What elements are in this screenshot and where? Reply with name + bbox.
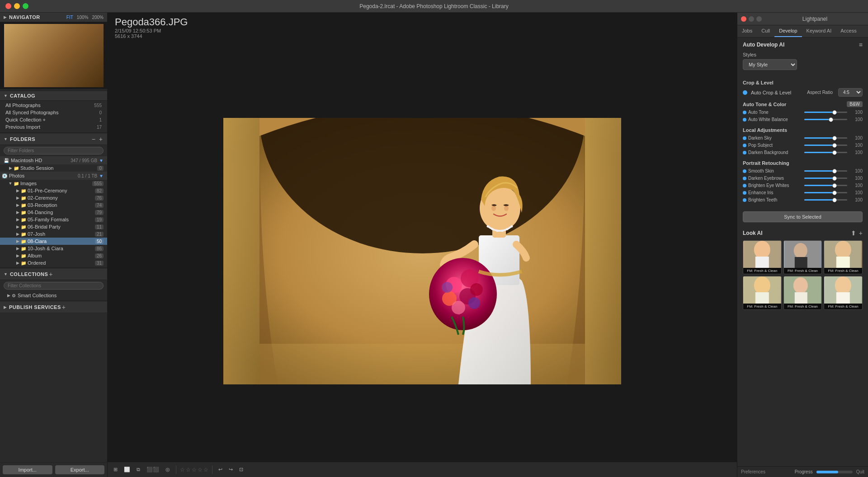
auto-wb-track[interactable] — [804, 119, 847, 120]
collections-header[interactable]: ▼ Collections + — [0, 269, 107, 280]
smooth-skin-thumb[interactable] — [832, 169, 837, 173]
folder-album[interactable]: ▶ 📁 Album 26 — [0, 252, 107, 259]
darken-eyebrows-track[interactable] — [804, 178, 847, 179]
folder-02-ceremony[interactable]: ▶ 📁 02-Ceremony 76 — [0, 194, 107, 201]
folder-01-pre-ceremony[interactable]: ▶ 📁 01-Pre-Ceremony 82 — [0, 187, 107, 194]
drive-dropdown-icon[interactable]: ▼ — [99, 158, 104, 163]
folder-04-dancing[interactable]: ▶ 📁 04-Dancing 79 — [0, 209, 107, 216]
catalog-synced-photos[interactable]: All Synced Photographs 0 — [0, 109, 107, 116]
style-select[interactable]: My Style Default Custom — [743, 59, 797, 70]
star-rating[interactable]: ☆ ☆ ☆ ☆ ☆ — [180, 467, 208, 473]
tab-develop[interactable]: Develop — [774, 25, 802, 37]
auto-wb-thumb[interactable] — [829, 117, 833, 122]
darken-sky-track[interactable] — [804, 137, 847, 139]
folder-03-reception[interactable]: ▶ 📁 03-Reception 74 — [0, 201, 107, 209]
brighten-teeth-track[interactable] — [804, 199, 847, 201]
smooth-skin-track[interactable] — [804, 170, 847, 172]
survey-view-btn[interactable]: ⬛⬛ — [144, 465, 161, 474]
collections-search[interactable] — [4, 282, 104, 290]
folders-plus-btn[interactable]: + — [98, 136, 104, 143]
publish-services-header[interactable]: ▶ Publish Services + — [0, 302, 107, 313]
look-item-4[interactable]: FM: Fresh & Clean — [743, 276, 782, 310]
look-item-3[interactable]: FM: Fresh & Clean — [824, 240, 863, 274]
lp-close[interactable] — [741, 16, 746, 22]
star-2[interactable]: ☆ — [186, 467, 191, 473]
auto-develop-menu-btn[interactable]: ≡ — [859, 41, 863, 48]
close-button[interactable] — [5, 3, 11, 9]
rotate-left-btn[interactable]: ↩ — [216, 465, 225, 474]
drive-photos[interactable]: 💽 Photos 0.1 / 1 TB ▼ — [0, 172, 107, 180]
look-item-5[interactable]: FM: Fresh & Clean — [783, 276, 822, 310]
catalog-previous-import[interactable]: Previous Import 17 — [0, 123, 107, 131]
folder-10-josh-ciara[interactable]: ▶ 📁 10-Josh & Ciara 86 — [0, 245, 107, 252]
lp-max[interactable] — [756, 16, 762, 22]
look-item-6[interactable]: FM: Fresh & Clean — [824, 276, 863, 310]
enhance-iris-track[interactable] — [804, 192, 847, 193]
zoom-100[interactable]: 100% — [77, 15, 89, 20]
quit-label[interactable]: Quit — [856, 469, 864, 474]
star-5[interactable]: ☆ — [203, 467, 208, 473]
drive-macintosh-hd[interactable]: 💾 Macintosh HD 347 / 995 GB ▼ — [0, 156, 107, 164]
maximize-button[interactable] — [23, 3, 28, 9]
publish-add-btn[interactable]: + — [61, 304, 66, 311]
tab-jobs[interactable]: Jobs — [737, 25, 757, 37]
preferences-label[interactable]: Preferences — [741, 469, 765, 474]
star-4[interactable]: ☆ — [198, 467, 203, 473]
look-item-1[interactable]: FM: Fresh & Clean — [743, 240, 782, 274]
rotate-right-btn[interactable]: ↪ — [226, 465, 235, 474]
look-item-2[interactable]: FM: Fresh & Clean — [783, 240, 822, 274]
folder-07-josh[interactable]: ▶ 📁 07-Josh 21 — [0, 230, 107, 238]
folder-images[interactable]: ▼ 📁 Images 555 — [0, 180, 107, 187]
folder-ordered[interactable]: ▶ 📁 Ordered 31 — [0, 259, 107, 267]
navigator-header[interactable]: ▶ Navigator FIT 100% 200% — [0, 13, 107, 22]
darken-bg-track[interactable] — [804, 152, 847, 153]
tab-access[interactable]: Access — [836, 25, 861, 37]
export-button[interactable]: Export... — [55, 465, 105, 474]
loupe-view-btn[interactable]: ⬜ — [122, 465, 132, 474]
photos-dropdown-icon[interactable]: ▼ — [99, 173, 104, 178]
look-ai-export-btn[interactable]: ⬆ — [851, 229, 856, 237]
grid-view-btn[interactable]: ⊞ — [111, 465, 120, 474]
import-button[interactable]: Import... — [3, 465, 52, 474]
collections-add-btn[interactable]: + — [48, 271, 53, 278]
crop-level-radio[interactable] — [743, 90, 747, 95]
tab-keyword-ai[interactable]: Keyword AI — [802, 25, 836, 37]
aspect-ratio-select[interactable]: 4:5 1:1 16:9 — [838, 88, 863, 97]
sync-to-selected-btn[interactable]: Sync to Selected — [743, 211, 863, 222]
compare-view-btn[interactable]: ⧉ — [134, 465, 142, 474]
catalog-quick-collection[interactable]: Quick Collection + 1 — [0, 116, 107, 123]
zoom-fit[interactable]: FIT — [66, 15, 73, 20]
auto-tone-track[interactable] — [804, 112, 847, 113]
folder-05-family-formals[interactable]: ▶ 📁 05-Family Formals 19 — [0, 216, 107, 223]
brighten-eye-whites-thumb[interactable] — [832, 183, 837, 188]
zoom-200[interactable]: 200% — [92, 15, 104, 20]
folders-search[interactable] — [4, 147, 104, 154]
bw-button[interactable]: B&W — [847, 101, 863, 107]
minimize-button[interactable] — [14, 3, 20, 9]
folders-header[interactable]: ▼ Folders − + — [0, 134, 107, 145]
look-ai-add-btn[interactable]: + — [859, 229, 863, 237]
pop-subject-thumb[interactable] — [832, 143, 837, 148]
capture-btn[interactable]: ◎ — [163, 465, 172, 474]
catalog-all-photos[interactable]: All Photographs 555 — [0, 102, 107, 109]
enhance-iris-thumb[interactable] — [832, 191, 837, 195]
darken-bg-thumb[interactable] — [832, 150, 837, 155]
brighten-eye-whites-track[interactable] — [804, 185, 847, 186]
brighten-teeth-thumb[interactable] — [832, 198, 837, 202]
smart-collections-item[interactable]: ▶ ⚙ Smart Collections — [0, 291, 107, 299]
lp-min[interactable] — [749, 16, 754, 22]
star-3[interactable]: ☆ — [192, 467, 197, 473]
darken-sky-thumb[interactable] — [832, 136, 837, 140]
window-controls[interactable] — [5, 3, 28, 9]
pop-subject-track[interactable] — [804, 145, 847, 146]
crop-btn[interactable]: ⊡ — [237, 465, 245, 474]
catalog-header[interactable]: ▼ Catalog — [0, 91, 107, 101]
folder-08-ciara[interactable]: ▶ 📁 08-Ciara 50 — [0, 238, 107, 245]
folder-studio-session[interactable]: ▶ 📁 Studio Session 0 — [0, 164, 107, 172]
folders-minus-btn[interactable]: − — [91, 136, 96, 143]
tab-cull[interactable]: Cull — [757, 25, 774, 37]
darken-eyebrows-thumb[interactable] — [832, 176, 837, 181]
auto-tone-thumb[interactable] — [832, 110, 837, 115]
star-1[interactable]: ☆ — [180, 467, 185, 473]
folder-06-bridal-party[interactable]: ▶ 📁 06-Bridal Party 11 — [0, 223, 107, 230]
